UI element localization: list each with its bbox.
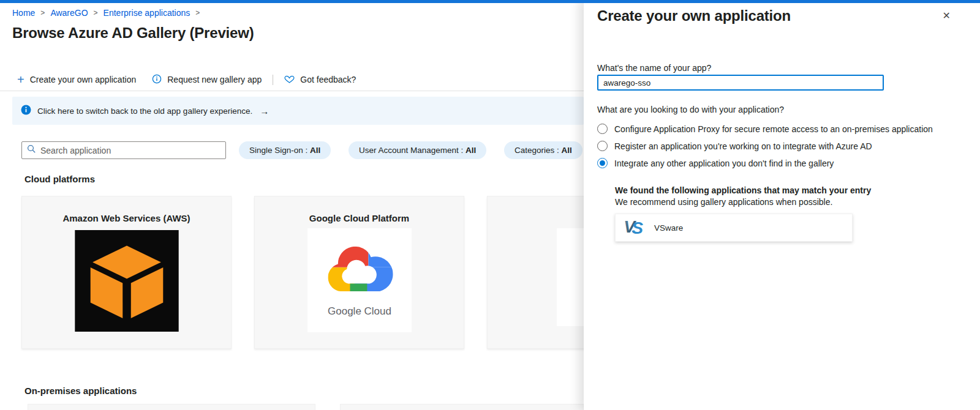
breadcrumb-awarego[interactable]: AwareGO (50, 8, 88, 18)
banner-text: Click here to switch back to the old app… (37, 106, 252, 116)
card-amazon-web-services[interactable]: Amazon Web Services (AWS) (21, 196, 232, 349)
filter-categories[interactable]: Categories : All (504, 141, 582, 159)
filter-value: All (310, 146, 320, 155)
top-accent-bar (0, 0, 980, 3)
onprem-card-top[interactable] (340, 404, 584, 410)
info-outline-icon (152, 74, 162, 86)
google-cloud-wordmark: Google Cloud (328, 305, 391, 317)
breadcrumb-separator: > (195, 9, 200, 17)
search-input[interactable] (40, 146, 225, 155)
app-name-input[interactable] (597, 75, 884, 91)
radio-configure-app-proxy[interactable]: Configure Application Proxy for secure r… (597, 124, 933, 134)
old-gallery-banner[interactable]: Click here to switch back to the old app… (12, 97, 584, 125)
section-on-premises-applications: On-premises applications (24, 386, 137, 396)
breadcrumb-separator: > (40, 9, 45, 17)
page-title: Browse Azure AD Gallery (Preview) (12, 24, 254, 42)
filter-name: Categories (514, 146, 554, 155)
suggestion-name: VSware (654, 223, 683, 233)
panel-title: Create your own application (597, 7, 791, 24)
search-icon (27, 144, 36, 156)
radio-icon (597, 124, 608, 134)
got-feedback-button[interactable]: Got feedback? (284, 74, 356, 86)
partial-blue-cloud-logo (557, 228, 584, 326)
vsware-logo-letter-s: S (631, 218, 643, 237)
filter-separator: : (303, 146, 310, 155)
azure-portal-screen: Home > AwareGO > Enterprise applications… (0, 0, 980, 410)
radio-label: Integrate any other application you don'… (614, 158, 834, 168)
arrow-right-icon: → (260, 106, 269, 116)
create-your-own-application-button[interactable]: + Create your own application (17, 75, 136, 84)
breadcrumb-enterprise-applications[interactable]: Enterprise applications (104, 8, 190, 18)
breadcrumb: Home > AwareGO > Enterprise applications… (12, 8, 200, 18)
request-new-gallery-app-button[interactable]: Request new gallery app (152, 74, 262, 86)
section-cloud-platforms: Cloud platforms (24, 174, 95, 184)
aws-logo (75, 230, 179, 334)
toolbar-divider (273, 75, 273, 85)
create-button-label: Create your own application (30, 75, 137, 84)
card-title: Amazon Web Services (AWS) (22, 213, 231, 223)
filter-value: All (466, 146, 476, 155)
info-filled-icon (21, 105, 31, 117)
toolbar-divider-line (0, 91, 584, 91)
card-partial-cloud-app[interactable] (487, 196, 584, 349)
radio-register-application[interactable]: Register an application you're working o… (597, 141, 872, 151)
match-subtext: We recommend using gallery applications … (615, 197, 832, 207)
card-title: Google Cloud Platform (255, 213, 464, 223)
filter-name: User Account Management (359, 146, 459, 155)
app-name-label: What's the name of your app? (597, 63, 711, 73)
breadcrumb-home[interactable]: Home (12, 8, 35, 18)
filter-name: Single Sign-on (249, 146, 303, 155)
radio-label: Register an application you're working o… (614, 141, 872, 151)
radio-integrate-other-application[interactable]: Integrate any other application you don'… (597, 158, 834, 168)
filter-user-account-management[interactable]: User Account Management : All (349, 141, 486, 159)
filter-value: All (562, 146, 572, 155)
google-cloud-logo: Google Cloud (307, 228, 412, 332)
request-button-label: Request new gallery app (167, 75, 262, 84)
vsware-logo: V S (624, 217, 647, 239)
filter-separator: : (554, 146, 561, 155)
purpose-label: What are you looking to do with your app… (597, 105, 784, 114)
create-application-panel: Create your own application ✕ What's the… (584, 0, 980, 410)
breadcrumb-separator: > (94, 9, 98, 17)
radio-label: Configure Application Proxy for secure r… (614, 124, 933, 134)
onprem-card-top[interactable] (28, 404, 315, 410)
card-google-cloud-platform[interactable]: Google Cloud Platform (254, 196, 464, 349)
gallery-main-area: Home > AwareGO > Enterprise applications… (0, 0, 584, 410)
filter-single-sign-on[interactable]: Single Sign-on : All (239, 141, 331, 159)
search-application-box[interactable] (21, 141, 226, 159)
radio-icon (597, 141, 608, 151)
plus-icon: + (17, 75, 24, 84)
filter-separator: : (459, 146, 466, 155)
heart-icon (284, 74, 295, 86)
feedback-button-label: Got feedback? (300, 75, 356, 84)
radio-icon-selected (597, 158, 608, 168)
match-heading: We found the following applications that… (615, 185, 871, 195)
suggestion-vsware[interactable]: V S VSware (615, 214, 853, 242)
command-bar: + Create your own application Request ne… (17, 72, 356, 87)
close-icon[interactable]: ✕ (943, 10, 951, 22)
